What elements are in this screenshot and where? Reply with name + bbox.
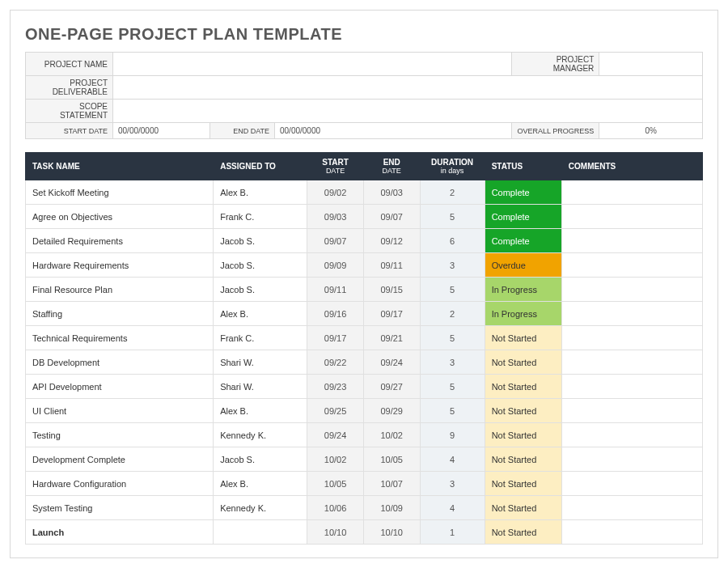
task-end[interactable]: 09/21: [363, 326, 420, 350]
task-comments[interactable]: [561, 375, 702, 399]
task-start[interactable]: 09/07: [307, 229, 364, 253]
project-manager-value[interactable]: [599, 53, 703, 76]
task-name[interactable]: Hardware Configuration: [26, 472, 214, 496]
task-assigned[interactable]: [214, 520, 307, 545]
task-end[interactable]: 10/02: [363, 423, 420, 447]
task-assigned[interactable]: Jacob S.: [214, 447, 307, 472]
task-end[interactable]: 09/11: [363, 253, 420, 278]
scope-label: SCOPE STATEMENT: [26, 100, 113, 123]
task-status[interactable]: Complete: [485, 229, 561, 253]
task-assigned[interactable]: Jacob S.: [214, 253, 307, 278]
task-end[interactable]: 09/12: [363, 229, 420, 253]
task-status[interactable]: Not Started: [485, 326, 561, 350]
task-comments[interactable]: [561, 472, 702, 496]
task-end[interactable]: 09/03: [363, 180, 420, 205]
end-date-value[interactable]: 00/00/0000: [275, 123, 512, 139]
task-comments[interactable]: [561, 229, 702, 253]
task-comments[interactable]: [561, 447, 702, 472]
task-name[interactable]: Agree on Objectives: [26, 205, 214, 229]
task-status[interactable]: In Progress: [485, 302, 561, 326]
task-start[interactable]: 09/03: [307, 205, 364, 229]
task-comments[interactable]: [561, 326, 702, 350]
task-end[interactable]: 09/24: [363, 350, 420, 375]
task-start[interactable]: 09/17: [307, 326, 364, 350]
task-start[interactable]: 10/05: [307, 472, 364, 496]
task-status[interactable]: Not Started: [485, 350, 561, 375]
task-comments[interactable]: [561, 205, 702, 229]
task-end[interactable]: 09/17: [363, 302, 420, 326]
task-end[interactable]: 10/05: [363, 447, 420, 472]
task-assigned[interactable]: Frank C.: [214, 205, 307, 229]
task-end[interactable]: 10/10: [363, 520, 420, 545]
task-start[interactable]: 10/02: [307, 447, 364, 472]
task-name[interactable]: Launch: [26, 520, 214, 545]
task-status[interactable]: Not Started: [485, 496, 561, 520]
task-status[interactable]: Not Started: [485, 447, 561, 472]
task-assigned[interactable]: Kennedy K.: [214, 496, 307, 520]
task-assigned[interactable]: Alex B.: [214, 472, 307, 496]
scope-value[interactable]: [113, 100, 703, 123]
task-end[interactable]: 09/29: [363, 399, 420, 423]
task-start[interactable]: 09/25: [307, 399, 364, 423]
task-status[interactable]: Not Started: [485, 520, 561, 545]
task-name[interactable]: System Testing: [26, 496, 214, 520]
task-name[interactable]: DB Development: [26, 350, 214, 375]
task-name[interactable]: Development Complete: [26, 447, 214, 472]
task-assigned[interactable]: Shari W.: [214, 375, 307, 399]
task-comments[interactable]: [561, 350, 702, 375]
task-start[interactable]: 09/09: [307, 253, 364, 278]
task-status[interactable]: Complete: [485, 180, 561, 205]
task-status[interactable]: Complete: [485, 205, 561, 229]
task-start[interactable]: 09/23: [307, 375, 364, 399]
task-comments[interactable]: [561, 278, 702, 302]
deliverable-value[interactable]: [113, 76, 703, 100]
task-status[interactable]: Not Started: [485, 375, 561, 399]
task-end[interactable]: 09/27: [363, 375, 420, 399]
task-comments[interactable]: [561, 423, 702, 447]
task-end[interactable]: 10/09: [363, 496, 420, 520]
task-start[interactable]: 09/24: [307, 423, 364, 447]
project-name-value[interactable]: [113, 53, 512, 76]
task-comments[interactable]: [561, 496, 702, 520]
task-start[interactable]: 09/22: [307, 350, 364, 375]
task-assigned[interactable]: Alex B.: [214, 399, 307, 423]
task-comments[interactable]: [561, 180, 702, 205]
task-status[interactable]: Not Started: [485, 472, 561, 496]
task-duration: 4: [420, 496, 485, 520]
th-end: ENDDATE: [363, 153, 420, 180]
task-assigned[interactable]: Alex B.: [214, 180, 307, 205]
task-end[interactable]: 10/07: [363, 472, 420, 496]
task-name[interactable]: UI Client: [26, 399, 214, 423]
task-name[interactable]: API Development: [26, 375, 214, 399]
start-date-value[interactable]: 00/00/0000: [113, 123, 210, 139]
task-start[interactable]: 09/16: [307, 302, 364, 326]
task-comments[interactable]: [561, 399, 702, 423]
task-name[interactable]: Technical Requirements: [26, 326, 214, 350]
task-start[interactable]: 10/10: [307, 520, 364, 545]
task-assigned[interactable]: Shari W.: [214, 350, 307, 375]
task-name[interactable]: Set Kickoff Meeting: [26, 180, 214, 205]
task-name[interactable]: Hardware Requirements: [26, 253, 214, 278]
task-status[interactable]: Overdue: [485, 253, 561, 278]
task-name[interactable]: Testing: [26, 423, 214, 447]
task-end[interactable]: 09/07: [363, 205, 420, 229]
task-status[interactable]: Not Started: [485, 399, 561, 423]
task-end[interactable]: 09/15: [363, 278, 420, 302]
task-start[interactable]: 09/02: [307, 180, 364, 205]
task-assigned[interactable]: Kennedy K.: [214, 423, 307, 447]
task-comments[interactable]: [561, 302, 702, 326]
task-start[interactable]: 09/11: [307, 278, 364, 302]
task-assigned[interactable]: Jacob S.: [214, 229, 307, 253]
task-name[interactable]: Detailed Requirements: [26, 229, 214, 253]
task-start[interactable]: 10/06: [307, 496, 364, 520]
task-name[interactable]: Final Resource Plan: [26, 278, 214, 302]
task-status[interactable]: In Progress: [485, 278, 561, 302]
task-comments[interactable]: [561, 520, 702, 545]
info-row-name: PROJECT NAME PROJECT MANAGER: [26, 53, 703, 76]
task-assigned[interactable]: Frank C.: [214, 326, 307, 350]
task-assigned[interactable]: Alex B.: [214, 302, 307, 326]
task-status[interactable]: Not Started: [485, 423, 561, 447]
task-name[interactable]: Staffing: [26, 302, 214, 326]
task-comments[interactable]: [561, 253, 702, 278]
task-assigned[interactable]: Jacob S.: [214, 278, 307, 302]
